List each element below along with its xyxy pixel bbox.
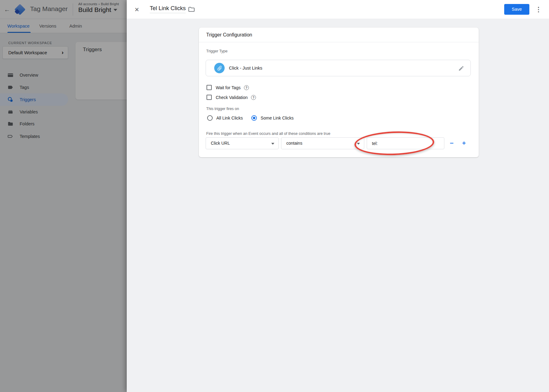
editor-header: Tel Link Clicks Save <box>127 0 549 19</box>
wait-for-tags-checkbox[interactable] <box>207 85 212 90</box>
card-title: Trigger Configuration <box>199 28 479 42</box>
condition-variable-value: Click URL <box>211 141 230 146</box>
chevron-down-icon <box>357 143 360 145</box>
edit-pencil-icon[interactable] <box>458 65 464 71</box>
fires-on-choices: All Link Clicks Some Link Clicks <box>207 115 302 121</box>
fires-on-label: This trigger fires on <box>206 107 239 111</box>
screen: Tag Manager All accountsBuild Bright Bui… <box>0 0 549 392</box>
trigger-type-box[interactable]: Click - Just Links <box>206 60 471 76</box>
condition-operator-select[interactable]: contains <box>281 137 364 149</box>
add-condition-button[interactable]: + <box>460 137 468 149</box>
check-validation-row: Check Validation ? <box>207 95 256 100</box>
trigger-type-label: Trigger Type <box>206 49 227 53</box>
chevron-down-icon <box>271 143 274 145</box>
some-link-clicks-radio[interactable] <box>251 115 257 121</box>
trigger-editor-sheet: Tel Link Clicks Save Trigger Configurati… <box>127 0 549 392</box>
condition-operator-value: contains <box>286 141 302 146</box>
overlay-scrim[interactable] <box>0 0 127 392</box>
wait-for-tags-row: Wait for Tags ? <box>207 85 249 90</box>
condition-variable-select[interactable]: Click URL <box>206 137 279 149</box>
more-options-icon[interactable] <box>535 5 542 14</box>
editor-body: Trigger Configuration Trigger Type Click… <box>127 19 549 392</box>
remove-condition-button[interactable]: − <box>448 137 456 149</box>
help-icon[interactable]: ? <box>244 85 249 90</box>
save-button[interactable]: Save <box>504 4 529 15</box>
all-link-clicks-radio[interactable] <box>207 115 213 121</box>
wait-for-tags-label: Wait for Tags <box>216 85 241 90</box>
all-link-clicks-label: All Link Clicks <box>216 116 243 120</box>
help-icon[interactable]: ? <box>251 95 256 100</box>
check-validation-checkbox[interactable] <box>207 95 212 100</box>
folder-icon[interactable] <box>188 6 195 13</box>
trigger-name-input[interactable]: Tel Link Clicks <box>150 5 186 13</box>
some-link-clicks-label: Some Link Clicks <box>261 116 293 120</box>
trigger-configuration-card: Trigger Configuration Trigger Type Click… <box>199 28 479 157</box>
check-validation-label: Check Validation <box>216 95 248 100</box>
conditions-label: Fire this trigger when an Event occurs a… <box>206 131 330 136</box>
condition-value-input[interactable] <box>367 137 444 149</box>
close-icon[interactable] <box>133 6 140 13</box>
link-icon <box>214 63 225 73</box>
trigger-type-value: Click - Just Links <box>229 66 262 70</box>
